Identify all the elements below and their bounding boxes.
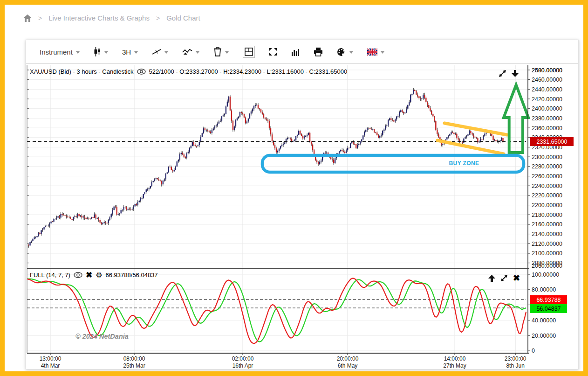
svg-text:25th Mar: 25th Mar xyxy=(123,362,145,369)
breadcrumb-charts-link[interactable]: Live Interactive Charts & Graphs xyxy=(48,14,150,22)
svg-text:2180.00000: 2180.00000 xyxy=(532,212,562,218)
draw-line-dropdown[interactable] xyxy=(145,40,175,63)
last-price-tag: 2331.65000 xyxy=(530,137,574,146)
svg-text:40.00000: 40.00000 xyxy=(532,317,556,324)
svg-text:2220.00000: 2220.00000 xyxy=(532,192,562,199)
chevron-down-icon xyxy=(225,51,229,54)
svg-text:20.00000: 20.00000 xyxy=(532,333,556,339)
oscillator-label: FULL (14, 7, 7) xyxy=(30,272,70,279)
resize-diagonal-icon[interactable] xyxy=(500,274,508,282)
pane-layout-icon xyxy=(243,46,255,58)
breadcrumb-separator: > xyxy=(38,14,42,22)
breadcrumb: > Live Interactive Charts & Graphs > Gol… xyxy=(23,14,200,22)
svg-text:02:00:00: 02:00:00 xyxy=(232,355,254,362)
svg-text:2160.00000: 2160.00000 xyxy=(532,221,562,228)
indicator-settings-icon[interactable]: ⚙ xyxy=(96,272,102,279)
instrument-dropdown-label: Instrument xyxy=(40,48,73,56)
svg-text:23:00:00: 23:00:00 xyxy=(505,355,526,362)
svg-text:08:00:00: 08:00:00 xyxy=(123,355,145,362)
language-dropdown[interactable] xyxy=(360,40,391,63)
svg-text:2360.00000: 2360.00000 xyxy=(532,125,562,132)
netdania-watermark: © 2024 NetDania xyxy=(75,333,129,340)
svg-text:13:00:00: 13:00:00 xyxy=(40,355,62,362)
trash-icon xyxy=(213,47,222,57)
stochastic-green-value-tag: 56.04837 xyxy=(530,304,567,313)
breadcrumb-current-page: Gold Chart xyxy=(166,14,200,22)
candlestick-style-dropdown[interactable] xyxy=(87,40,115,63)
chart-title-row: XAU/USD (Bid) - 3 hours - Candlestick 52… xyxy=(30,68,347,75)
svg-text:20:00:00: 20:00:00 xyxy=(337,355,359,362)
svg-text:27th May: 27th May xyxy=(443,362,466,369)
resize-diagonal-icon[interactable] xyxy=(499,70,506,77)
candles-layer xyxy=(28,88,503,248)
oscillator-values: 66.93788/56.04837 xyxy=(106,272,158,279)
instrument-dropdown[interactable]: Instrument xyxy=(33,40,87,63)
svg-text:4th Mar: 4th Mar xyxy=(41,362,60,369)
price-chart-canvas[interactable]: 2060.000002080.000002100.000002120.00000… xyxy=(26,64,578,369)
oscillator-header: FULL (14, 7, 7) ✖ ⚙ 66.93788/56.04837 xyxy=(30,271,158,279)
home-icon[interactable] xyxy=(23,14,32,22)
stochastic-red-value-tag: 66.93788 xyxy=(530,295,567,304)
print-button[interactable] xyxy=(307,40,330,63)
chart-ohlc-stats: 522/1000 - O:2333.27000 - H:2334.23000 -… xyxy=(149,68,348,75)
svg-text:2460.00000: 2460.00000 xyxy=(532,77,562,83)
chart-widget: Instrument 3H xyxy=(26,40,579,369)
print-icon xyxy=(314,48,323,56)
breadcrumb-separator: > xyxy=(156,14,160,22)
palette-icon xyxy=(337,48,346,56)
chart-title: XAU/USD (Bid) - 3 hours - Candlestick xyxy=(30,68,134,75)
axis-labels: 2060.000002080.000002100.000002120.00000… xyxy=(40,67,562,369)
uk-flag-icon xyxy=(367,49,377,56)
svg-text:2100.00000: 2100.00000 xyxy=(532,250,562,257)
buy-zone-annotation-label: BUY ZONE xyxy=(441,160,487,167)
chevron-down-icon xyxy=(104,51,108,54)
annotations-layer xyxy=(262,85,528,172)
move-pane-down-icon[interactable] xyxy=(512,70,519,77)
chart-region: 2060.000002080.000002100.000002120.00000… xyxy=(26,64,578,369)
chevron-down-icon xyxy=(76,51,80,54)
interval-dropdown[interactable]: 3H xyxy=(115,40,145,63)
svg-text:80.00000: 80.00000 xyxy=(532,286,556,293)
pane-layout-button[interactable] xyxy=(236,40,262,63)
main-panel-controls xyxy=(499,70,519,77)
eye-icon[interactable] xyxy=(74,272,82,278)
chevron-down-icon xyxy=(381,51,384,54)
chevron-down-icon xyxy=(134,51,138,54)
oscillator-panel-controls: ✖ xyxy=(488,274,520,282)
svg-text:2080.00000: 2080.00000 xyxy=(532,260,562,266)
svg-text:2120.00000: 2120.00000 xyxy=(532,241,562,247)
svg-text:2240.00000: 2240.00000 xyxy=(532,183,562,189)
svg-text:8th Jun: 8th Jun xyxy=(506,362,524,369)
interval-dropdown-label: 3H xyxy=(122,48,131,56)
svg-text:2280.00000: 2280.00000 xyxy=(532,163,562,170)
svg-text:16th Apr: 16th Apr xyxy=(232,362,253,369)
eye-icon[interactable] xyxy=(137,69,146,75)
fullscreen-icon xyxy=(269,48,277,56)
svg-text:2260.00000: 2260.00000 xyxy=(532,173,562,180)
trendline-icon xyxy=(152,48,161,56)
chevron-down-icon xyxy=(196,51,199,54)
svg-text:2500.00000: 2500.00000 xyxy=(532,67,562,74)
bar-chart-icon xyxy=(291,48,300,56)
indicator-icon xyxy=(182,48,192,56)
svg-text:2380.00000: 2380.00000 xyxy=(532,115,562,122)
chart-toolbar: Instrument 3H xyxy=(26,40,578,64)
svg-text:2400.00000: 2400.00000 xyxy=(532,105,562,112)
svg-text:14:00:00: 14:00:00 xyxy=(444,355,466,362)
chevron-down-icon xyxy=(164,51,168,54)
remove-indicator-icon[interactable]: ✖ xyxy=(86,271,92,279)
svg-text:6th May: 6th May xyxy=(338,362,358,369)
svg-text:2420.00000: 2420.00000 xyxy=(532,96,562,103)
delete-drawings-dropdown[interactable] xyxy=(206,40,236,63)
move-pane-up-icon[interactable] xyxy=(488,274,495,282)
svg-text:0: 0 xyxy=(532,348,535,354)
candlestick-icon xyxy=(94,47,101,57)
chart-type-button[interactable] xyxy=(284,40,307,63)
close-pane-icon[interactable]: ✖ xyxy=(513,274,520,282)
fullscreen-button[interactable] xyxy=(262,40,284,63)
color-theme-dropdown[interactable] xyxy=(330,40,360,63)
svg-text:2200.00000: 2200.00000 xyxy=(532,202,562,209)
svg-text:2300.00000: 2300.00000 xyxy=(532,154,562,160)
indicators-dropdown[interactable] xyxy=(175,40,206,63)
svg-text:2140.00000: 2140.00000 xyxy=(532,231,562,237)
